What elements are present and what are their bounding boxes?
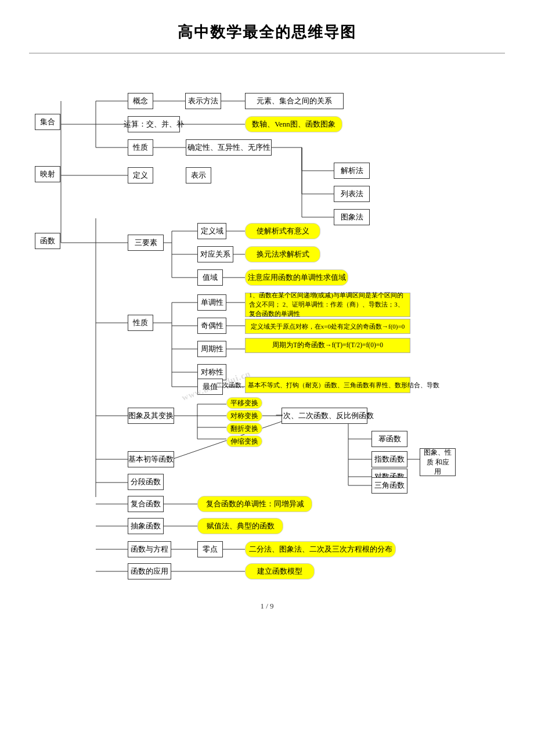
node-duichengxing: 对称性 — [197, 364, 226, 380]
mindmap: 集合 映射 函数 概念 表示方法 元素、集合之间的关系 运算：交、并、补 数轴、… — [17, 62, 517, 584]
node-hanshu: 函数 — [35, 233, 60, 249]
node-gainian: 概念 — [128, 93, 153, 109]
node-dandiao-note: 1、函数在某个区间递增(或减)与单调区间是某个区间的含义不同； 2、证明单调性：… — [245, 293, 410, 317]
node-dingyiyu: 定义域 — [197, 223, 226, 239]
node-zhishu: 指数函数 — [371, 451, 407, 467]
node-chouxiang-note: 赋值法、典型的函数 — [197, 518, 283, 534]
node-xingzhi1: 性质 — [128, 139, 153, 156]
node-jijhe: 集合 — [35, 114, 60, 130]
node-quedingxing: 确定性、互异性、无序性 — [186, 139, 272, 156]
zhouqi-note-text: 周期为T的奇函数→f(T)=f(T/2)=f(0)=0 — [272, 340, 383, 350]
node-hanshu-fangcheng: 函数与方程 — [128, 541, 171, 557]
node-fenduan: 分段函数 — [128, 474, 164, 490]
qiou-note-text: 定义域关于原点对称，在x=0处有定义的奇函数→f(0)=0 — [251, 322, 405, 332]
node-tuxiang-yingyong: 图象、性质 和应用 — [420, 448, 456, 476]
node-yuansu-jijhe: 元素、集合之间的关系 — [245, 93, 344, 109]
node-shuzhouVenn: 数轴、Venn图、函数图象 — [245, 116, 342, 132]
node-yunsuanjiaobingbu: 运算：交、并、补 — [128, 116, 180, 132]
page-title: 高中数学最全的思维导图 — [6, 12, 528, 48]
node-jibenchu: 基本初等函数 — [128, 451, 174, 467]
node-sanyaosu: 三要素 — [128, 235, 164, 251]
node-suosuo: 伸缩变换 — [226, 435, 262, 447]
node-zhiyu: 值域 — [197, 269, 223, 286]
node-qioushing: 奇偶性 — [197, 318, 226, 334]
dandiao-note-text: 1、函数在某个区间递增(或减)与单调区间是某个区间的含义不同； 2、证明单调性：… — [249, 291, 406, 319]
node-yici-erci: 一次、二次函数、反比例函数 — [282, 408, 367, 424]
node-chouxiang: 抽象函数 — [128, 518, 164, 534]
node-zhuyizhiyu: 注意应用函数的单调性求值域 — [245, 269, 348, 286]
node-hanshu-yingyong-note: 建立函数模型 — [245, 563, 315, 579]
node-fuhe: 复合函数 — [128, 496, 164, 512]
node-liebiaopifa: 列表法 — [334, 186, 370, 202]
page: 高中数学最全的思维导图 — [0, 0, 534, 756]
node-qiou-note: 定义域关于原点对称，在x=0处有定义的奇函数→f(0)=0 — [245, 319, 410, 334]
node-lingdian: 零点 — [197, 541, 223, 557]
node-huanyuanfa: 换元法求解析式 — [245, 246, 320, 262]
node-jiexifa: 解析法 — [334, 163, 370, 179]
divider — [29, 53, 505, 53]
node-biaoshipingshi: 表示方法 — [185, 93, 221, 109]
node-xingzhi2: 性质 — [128, 315, 153, 331]
node-tuxiangfa: 图象法 — [334, 209, 370, 225]
node-biaoshi: 表示 — [186, 167, 211, 183]
node-duicheng-bianhuan: 对称变换 — [226, 410, 262, 422]
node-zhouqixing: 周期性 — [197, 341, 226, 357]
node-dingyi: 定义 — [128, 167, 153, 183]
node-duiyingguanxi: 对应关系 — [197, 246, 233, 262]
node-shijiexishi: 使解析式有意义 — [245, 223, 320, 239]
node-fuhe-note: 复合函数的单调性：同增异减 — [197, 496, 312, 512]
node-sanjiao: 三角函数 — [371, 477, 407, 494]
node-yingshe: 映射 — [35, 166, 60, 182]
node-zhezhe: 翻折变换 — [226, 423, 262, 434]
node-lingdian-note: 二分法、图象法、二次及三次方程根的分布 — [245, 541, 396, 557]
node-hanshu-yingyong: 函数的应用 — [128, 563, 171, 579]
node-pingyi: 平移变换 — [226, 397, 262, 409]
node-dandiaoxing: 单调性 — [197, 294, 226, 311]
zuizhi-note-text: 二次函数、基本不等式、打钩（耐克）函数、三角函数有界性、数形结合、导数 — [216, 380, 439, 390]
node-tuxiang-bianhuan: 图象及其变换 — [128, 408, 174, 424]
node-zhouqi-note: 周期为T的奇函数→f(T)=f(T/2)=f(0)=0 — [245, 338, 410, 353]
node-mi-hanshu: 幂函数 — [371, 431, 407, 447]
page-number: 1 / 9 — [6, 602, 528, 611]
node-zuizhi-note: 二次函数、基本不等式、打钩（耐克）函数、三角函数有界性、数形结合、导数 — [245, 377, 410, 393]
